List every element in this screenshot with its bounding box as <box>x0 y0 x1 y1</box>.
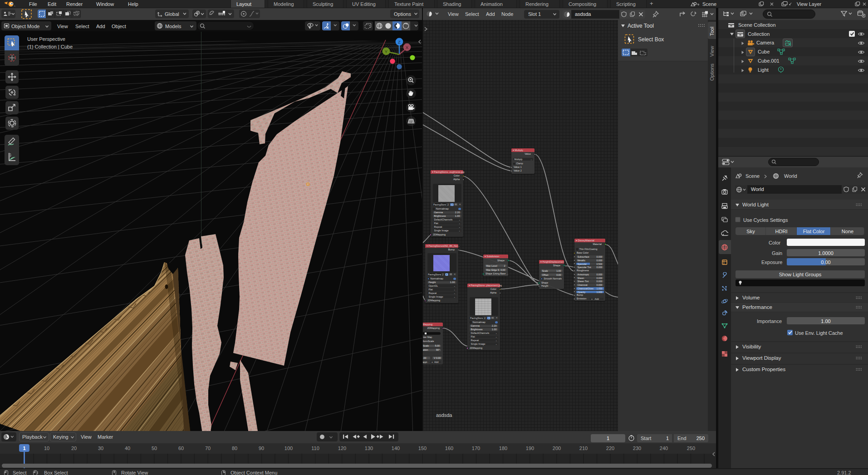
svg-text:Y: Y <box>385 49 388 54</box>
svg-text:X: X <box>406 45 409 50</box>
svg-text:Z: Z <box>398 39 401 44</box>
